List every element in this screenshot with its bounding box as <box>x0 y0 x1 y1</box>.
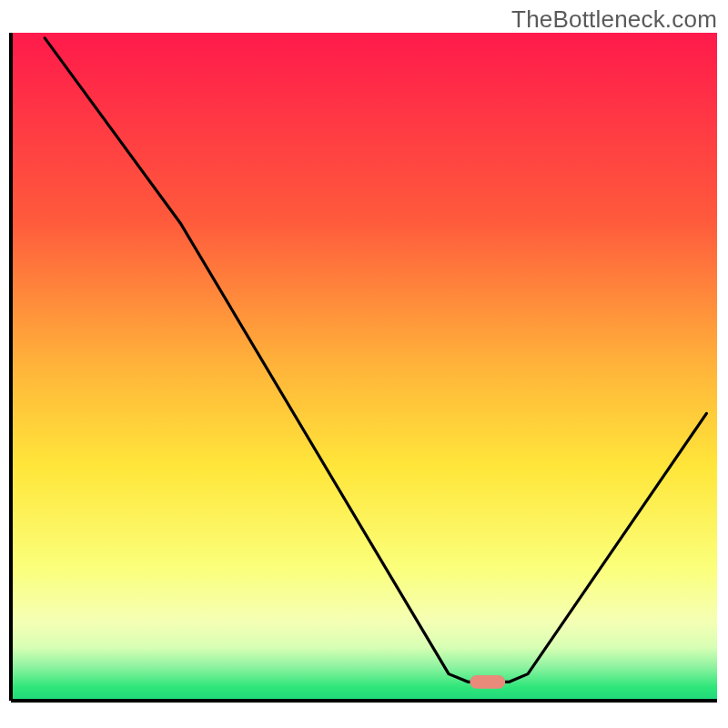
watermark-text: TheBottleneck.com <box>511 5 717 34</box>
plot-background <box>11 33 717 701</box>
bottleneck-chart <box>0 0 728 728</box>
optimal-marker <box>470 675 505 689</box>
chart-container: { "watermark": "TheBottleneck.com", "cha… <box>0 0 728 728</box>
